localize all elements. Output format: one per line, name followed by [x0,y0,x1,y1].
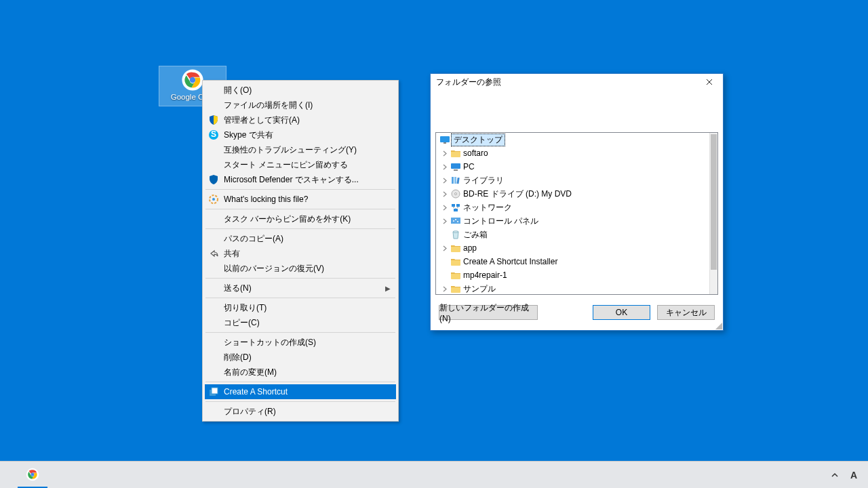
tree-expand-icon[interactable] [440,218,450,224]
tree-node-label: ネットワーク [462,202,513,214]
cm-run-as-admin[interactable]: 管理者として実行(A) [205,113,396,127]
svg-point-20 [453,220,454,222]
tree-expand-icon[interactable] [440,245,450,251]
cm-rename[interactable]: 名前の変更(M) [205,365,396,380]
cm-separator [205,401,395,402]
tree-node[interactable]: BD-RE ドライブ (D:) My DVD [436,187,709,201]
cm-defender-scan[interactable]: Microsoft Defender でスキャンする... [205,172,396,187]
tree-node[interactable]: ネットワーク [436,201,709,214]
svg-rect-6 [212,388,218,394]
tray-ime-icon[interactable]: A [848,469,860,481]
new-folder-button[interactable]: 新しいフォルダーの作成(N) [439,305,538,320]
tree-expand-icon[interactable] [440,150,450,157]
tree-node-label: BD-RE ドライブ (D:) My DVD [462,188,573,200]
folder-icon [450,243,462,253]
cm-create-a-shortcut[interactable]: Create A Shortcut [205,384,396,399]
libraries-icon [450,175,462,186]
cm-separator [205,209,395,209]
share-icon [208,248,220,259]
browse-folder-dialog: フォルダーの参照 デスクトップ softaroPCライブラリBD-RE ドライブ… [430,73,724,331]
folder-icon [450,270,462,281]
network-icon [450,202,462,213]
tree-expand-icon[interactable] [440,205,450,211]
skype-icon: S [208,129,220,140]
dialog-button-row: 新しいフォルダーの作成(N) OK キャンセル [431,295,723,330]
tree-node-label: softaro [462,148,490,158]
dialog-title: フォルダーの参照 [436,77,696,88]
cm-open-file-location[interactable]: ファイルの場所を開く(I) [205,98,396,113]
dialog-close-button[interactable] [696,74,723,90]
tree-expand-icon[interactable] [440,164,450,170]
svg-rect-7 [440,136,450,142]
cm-separator [205,298,395,298]
dialog-titlebar[interactable]: フォルダーの参照 [431,74,723,90]
svg-rect-10 [454,169,458,171]
submenu-arrow-icon: ▶ [385,285,391,292]
cm-cut[interactable]: 切り取り(T) [205,300,396,315]
cm-unpin-taskbar[interactable]: タスク バーからピン留めを外す(K) [205,211,396,226]
cm-send-to[interactable]: 送る(N)▶ [205,281,396,296]
ok-button[interactable]: OK [593,305,650,320]
cm-whats-locking[interactable]: What's locking this file? [205,192,396,207]
tree-node[interactable]: app [436,241,709,255]
lock-file-icon [208,194,220,205]
tree-node[interactable]: ライブラリ [436,174,709,187]
cm-pin-start[interactable]: スタート メニューにピン留めする [205,157,396,172]
tree-scrollbar[interactable] [709,133,717,294]
chrome-icon [181,68,204,92]
svg-rect-8 [443,142,446,144]
recycle-icon [450,229,462,240]
tree-node-desktop[interactable]: デスクトップ [436,133,709,146]
taskbar-tray: A [829,469,865,481]
cm-delete[interactable]: 削除(D) [205,350,396,365]
svg-rect-18 [454,209,458,211]
cm-skype-share[interactable]: SSkype で共有 [205,127,396,142]
cm-create-shortcut-sys[interactable]: ショートカットの作成(S) [205,335,396,350]
folder-tree: デスクトップ softaroPCライブラリBD-RE ドライブ (D:) My … [435,132,718,295]
svg-point-23 [453,231,458,232]
cm-separator [205,332,395,333]
control-icon [450,216,462,226]
cm-properties[interactable]: プロパティ(R) [205,404,396,419]
pc-icon [450,161,462,172]
tray-chevron-up-icon[interactable] [829,469,841,481]
tree-node[interactable]: ごみ箱 [436,228,709,241]
tree-node-label: mp4repair-1 [462,270,509,280]
tree-node[interactable]: softaro [436,146,709,160]
tree-node-label: app [462,243,478,253]
tree-node[interactable]: コントロール パネル [436,214,709,228]
scrollbar-thumb[interactable] [711,134,717,270]
tree-node[interactable]: mp4repair-1 [436,268,709,282]
resize-grip[interactable] [714,321,722,329]
tree-node-label: Create A Shortcut Installer [462,257,559,266]
dialog-header-gap [431,90,723,132]
cm-restore-prev[interactable]: 以前のバージョンの復元(V) [205,261,396,276]
svg-rect-12 [454,177,456,184]
tree-node-label: PC [462,162,476,171]
desktop-node-icon [439,134,451,145]
cancel-button[interactable]: キャンセル [657,305,715,320]
cm-troubleshoot[interactable]: 互換性のトラブルシューティング(Y) [205,142,396,157]
tree-node-label: ごみ箱 [462,229,489,241]
cm-share[interactable]: 共有 [205,246,396,261]
tree-expand-icon[interactable] [440,191,450,197]
tree-node-label: デスクトップ [451,134,505,146]
tree-expand-icon[interactable] [440,178,450,184]
tree-node[interactable]: PC [436,160,709,174]
shortcut-tool-icon [208,386,220,397]
shield-icon [208,115,220,125]
tree-node[interactable]: Create A Shortcut Installer [436,255,709,268]
svg-rect-19 [451,218,460,224]
cm-open[interactable]: 開く(O) [205,83,396,98]
svg-rect-16 [452,204,455,207]
taskbar-app-chrome[interactable] [18,462,47,488]
cm-separator [205,189,395,190]
svg-point-21 [455,219,456,220]
cm-copy[interactable]: コピー(C) [205,315,396,330]
svg-point-4 [212,198,215,201]
tree-expand-icon[interactable] [440,286,450,292]
defender-icon [208,174,220,185]
taskbar: A [0,461,868,488]
tree-node[interactable]: サンプル [436,282,709,294]
cm-copy-path[interactable]: パスのコピー(A) [205,231,396,246]
